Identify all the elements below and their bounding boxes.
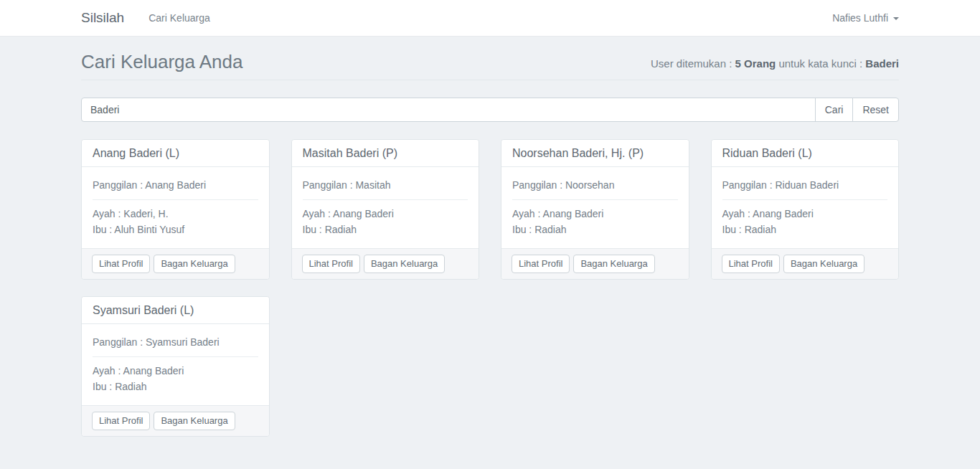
result-middle: untuk kata kunci : <box>778 57 862 70</box>
person-card: Syamsuri Baderi (L) Panggilan : Syamsuri… <box>81 296 270 437</box>
user-dropdown-label: Nafies Luthfi <box>832 12 888 24</box>
divider <box>722 199 888 200</box>
panggilan-text: Panggilan : Noorsehan <box>512 178 678 193</box>
ayah-text: Ayah : Anang Baderi <box>93 363 258 379</box>
search-form: Cari Reset <box>81 98 899 122</box>
result-keyword: Baderi <box>865 57 899 70</box>
ayah-text: Ayah : Anang Baderi <box>512 206 678 222</box>
ayah-text: Ayah : Anang Baderi <box>303 206 468 222</box>
panggilan-text: Panggilan : Riduan Baderi <box>722 178 888 193</box>
lihat-profil-button[interactable]: Lihat Profil <box>722 255 780 273</box>
ibu-text: Ibu : Aluh Binti Yusuf <box>93 222 258 237</box>
result-prefix: User ditemukan : <box>651 57 732 70</box>
bagan-keluarga-button[interactable]: Bagan Keluarga <box>154 412 235 430</box>
lihat-profil-button[interactable]: Lihat Profil <box>92 412 150 430</box>
bagan-keluarga-button[interactable]: Bagan Keluarga <box>364 255 445 273</box>
search-input[interactable] <box>81 98 816 122</box>
panggilan-text: Panggilan : Anang Baderi <box>93 178 258 193</box>
card-footer: Lihat Profil Bagan Keluarga <box>501 248 689 279</box>
card-title: Anang Baderi (L) <box>82 140 269 167</box>
ibu-text: Ibu : Radiah <box>722 222 888 237</box>
cari-button[interactable]: Cari <box>815 98 854 122</box>
divider <box>93 199 258 200</box>
ayah-text: Ayah : Anang Baderi <box>722 206 888 222</box>
user-dropdown[interactable]: Nafies Luthfi <box>832 12 899 24</box>
results-grid: Anang Baderi (L) Panggilan : Anang Bader… <box>81 139 899 465</box>
lihat-profil-button[interactable]: Lihat Profil <box>512 255 570 273</box>
card-title: Riduan Baderi (L) <box>712 140 899 167</box>
search-result-summary: User ditemukan : 5 Orang untuk kata kunc… <box>651 57 899 70</box>
card-body: Panggilan : Riduan Baderi Ayah : Anang B… <box>712 167 899 248</box>
panggilan-text: Panggilan : Masitah <box>303 178 468 193</box>
person-card: Anang Baderi (L) Panggilan : Anang Bader… <box>81 139 270 280</box>
card-footer: Lihat Profil Bagan Keluarga <box>292 248 479 279</box>
bagan-keluarga-button[interactable]: Bagan Keluarga <box>783 255 864 273</box>
result-count: 5 Orang <box>735 57 776 70</box>
card-footer: Lihat Profil Bagan Keluarga <box>82 405 269 436</box>
card-title: Noorsehan Baderi, Hj. (P) <box>501 140 689 167</box>
divider <box>512 199 678 200</box>
bagan-keluarga-button[interactable]: Bagan Keluarga <box>573 255 654 273</box>
page-header: Cari Keluarga Anda User ditemukan : 5 Or… <box>81 52 899 80</box>
caret-down-icon <box>893 17 899 20</box>
nav-link-cari-keluarga[interactable]: Cari Keluarga <box>149 12 210 24</box>
divider <box>303 199 468 200</box>
ibu-text: Ibu : Radiah <box>512 222 678 237</box>
bagan-keluarga-button[interactable]: Bagan Keluarga <box>154 255 235 273</box>
ibu-text: Ibu : Radiah <box>303 222 468 237</box>
person-card: Riduan Baderi (L) Panggilan : Riduan Bad… <box>711 139 900 280</box>
reset-button[interactable]: Reset <box>852 98 899 122</box>
page-title: Cari Keluarga Anda <box>81 52 242 72</box>
ibu-text: Ibu : Radiah <box>93 379 258 394</box>
person-card: Masitah Baderi (P) Panggilan : Masitah A… <box>291 139 480 280</box>
card-title: Syamsuri Baderi (L) <box>82 297 269 324</box>
ayah-text: Ayah : Kaderi, H. <box>93 206 258 222</box>
brand-link[interactable]: Silsilah <box>81 10 124 26</box>
lihat-profil-button[interactable]: Lihat Profil <box>302 255 360 273</box>
card-body: Panggilan : Noorsehan Ayah : Anang Bader… <box>501 167 689 248</box>
card-title: Masitah Baderi (P) <box>292 140 479 167</box>
lihat-profil-button[interactable]: Lihat Profil <box>92 255 150 273</box>
card-footer: Lihat Profil Bagan Keluarga <box>712 248 899 279</box>
divider <box>93 356 258 357</box>
navbar: Silsilah Cari Keluarga Nafies Luthfi <box>0 0 980 37</box>
card-body: Panggilan : Masitah Ayah : Anang Baderi … <box>292 167 479 248</box>
card-footer: Lihat Profil Bagan Keluarga <box>82 248 269 279</box>
person-card: Noorsehan Baderi, Hj. (P) Panggilan : No… <box>501 139 689 280</box>
panggilan-text: Panggilan : Syamsuri Baderi <box>93 335 258 350</box>
card-body: Panggilan : Anang Baderi Ayah : Kaderi, … <box>82 167 269 248</box>
card-body: Panggilan : Syamsuri Baderi Ayah : Anang… <box>82 324 269 405</box>
